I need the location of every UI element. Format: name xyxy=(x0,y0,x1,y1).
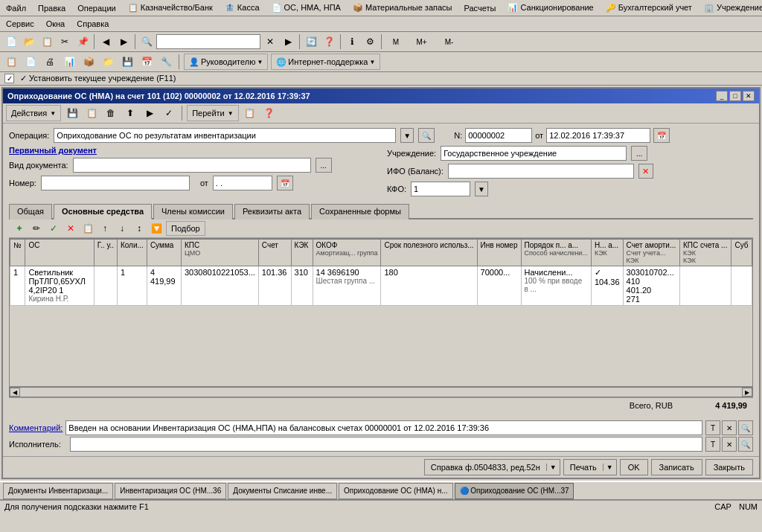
performer-search3[interactable]: 🔍 xyxy=(738,437,753,452)
tbl-check2[interactable]: ✓ xyxy=(46,221,61,236)
tb-open[interactable]: 📂 xyxy=(21,33,37,50)
spravka-btn[interactable]: Справка ф.0504833, ред.52н ▼ xyxy=(424,459,560,475)
tb-help2[interactable]: ❓ xyxy=(321,33,337,50)
tb-search[interactable]: 🔍 xyxy=(138,33,155,50)
tb2-internet[interactable]: 🌐 Интернет-поддержка ▼ xyxy=(271,54,380,70)
date-picker[interactable]: 📅 xyxy=(653,128,670,143)
doc-date-picker[interactable]: 📅 xyxy=(277,176,293,190)
menu-treasury[interactable]: 📋 Казначейство/Банк xyxy=(125,1,216,14)
tb2-btn1[interactable]: 📋 xyxy=(3,54,19,70)
wt-check[interactable]: ✓ xyxy=(161,105,177,121)
install-checkbox[interactable]: ✓ xyxy=(4,74,14,83)
wt-copy2[interactable]: 📋 xyxy=(83,105,100,121)
comment-search2[interactable]: 🔍 xyxy=(738,420,753,435)
zapisat-button[interactable]: Записать xyxy=(651,459,702,475)
menu-institution[interactable]: 🏢 Учреждение xyxy=(701,1,762,14)
wt-arrow[interactable]: ▶ xyxy=(141,105,158,121)
tbl-copy3[interactable]: 📋 xyxy=(80,221,95,236)
tb-forward[interactable]: ▶ xyxy=(115,33,132,50)
task-3[interactable]: Документы Списание инве... xyxy=(228,483,337,499)
tab-commission[interactable]: Члены комиссии xyxy=(153,204,233,219)
menu-windows[interactable]: Окна xyxy=(43,18,68,30)
wt-del[interactable]: 🗑 xyxy=(103,105,119,121)
doc-date-input[interactable] xyxy=(213,176,272,190)
actions-button[interactable]: Действия ▼ xyxy=(6,105,61,121)
task-4[interactable]: Оприходование ОС (НМА) н... xyxy=(339,483,452,499)
maximize-button[interactable]: □ xyxy=(729,91,741,101)
tab-saved-forms[interactable]: Сохраненные формы xyxy=(311,204,409,219)
tab-general[interactable]: Общая xyxy=(9,204,52,219)
zakryt-button[interactable]: Закрыть xyxy=(705,459,753,475)
operation-dropdown[interactable]: ▼ xyxy=(400,128,414,143)
performer-clear[interactable]: ✕ xyxy=(722,437,737,452)
tbl-up[interactable]: ↑ xyxy=(97,221,112,236)
menu-sanctions[interactable]: 📊 Санкционирование xyxy=(505,1,596,14)
search-input[interactable] xyxy=(156,34,260,49)
tb-back[interactable]: ◀ xyxy=(97,33,114,50)
tb2-btn5[interactable]: 📦 xyxy=(80,54,97,70)
menu-accounting[interactable]: 🔑 Бухгалтерский учет xyxy=(603,1,695,14)
wt-extra[interactable]: 📋 xyxy=(242,105,258,121)
h-scrollbar[interactable]: ◀ ▶ xyxy=(9,387,753,397)
comment-input[interactable] xyxy=(65,420,702,435)
doc-number-input[interactable] xyxy=(41,176,190,190)
table-row[interactable]: 1 Светильник ПрТЛГ0,65УХЛ 4,2IP20 1 Кири… xyxy=(10,266,752,306)
tb-settings[interactable]: ⚙ xyxy=(362,33,378,50)
n-input[interactable] xyxy=(465,128,532,143)
menu-operations[interactable]: Операции xyxy=(74,2,118,14)
tb2-btn2[interactable]: 📄 xyxy=(22,54,39,70)
menu-cash[interactable]: 🏦 Касса xyxy=(222,1,263,14)
performer-input[interactable] xyxy=(70,437,702,452)
task-5[interactable]: 🔵 Оприходование ОС (НМ...37 xyxy=(455,483,574,499)
tb-new[interactable]: 📄 xyxy=(3,33,19,50)
goto-button[interactable]: Перейти ▼ xyxy=(187,105,239,121)
tbl-sort[interactable]: ↕ xyxy=(132,221,147,236)
ifo-input[interactable] xyxy=(448,164,634,179)
tb-clear-search[interactable]: ✕ xyxy=(262,33,278,50)
tb-cut[interactable]: ✂ xyxy=(57,33,73,50)
tbl-down[interactable]: ↓ xyxy=(115,221,129,236)
task-2[interactable]: Инвентаризация ОС (НМ...36 xyxy=(115,483,226,499)
operation-search[interactable]: 🔍 xyxy=(418,128,435,143)
tb-info[interactable]: ℹ xyxy=(344,33,360,50)
comment-t[interactable]: T xyxy=(705,420,720,435)
pechat-btn[interactable]: Печать ▼ xyxy=(563,459,617,475)
menu-service[interactable]: Сервис xyxy=(3,18,37,30)
wt-help[interactable]: ❓ xyxy=(261,105,278,121)
institution-picker[interactable]: ... xyxy=(631,146,647,161)
tab-requisites[interactable]: Реквизиты акта xyxy=(234,204,310,219)
scroll-right[interactable]: ▶ xyxy=(742,388,752,397)
operation-input[interactable] xyxy=(54,128,396,143)
kfo-dropdown[interactable]: ▼ xyxy=(475,182,488,196)
menu-edit[interactable]: Правка xyxy=(35,2,68,14)
tb-mminus[interactable]: M- xyxy=(436,33,462,50)
tbl-podbor[interactable]: Подбор xyxy=(166,221,205,236)
tb-go[interactable]: ▶ xyxy=(280,33,296,50)
menu-help[interactable]: Справка xyxy=(74,18,112,30)
task-1[interactable]: Документы Инвентаризаци... xyxy=(3,483,113,499)
performer-t[interactable]: T xyxy=(705,437,720,452)
tbl-del2[interactable]: ✕ xyxy=(63,221,78,236)
close-button[interactable]: ✕ xyxy=(743,91,755,101)
tb-paste[interactable]: 📌 xyxy=(74,33,91,50)
tb-mplus[interactable]: M+ xyxy=(409,33,435,50)
tbl-add[interactable]: + xyxy=(12,221,27,236)
wt-save[interactable]: 💾 xyxy=(64,105,80,121)
tb2-btn9[interactable]: 🔧 xyxy=(158,54,174,70)
kfo-input[interactable] xyxy=(411,182,470,196)
menu-materials[interactable]: 📦 Материальные запасы xyxy=(350,1,455,14)
date-input[interactable] xyxy=(546,128,650,143)
comment-clear[interactable]: ✕ xyxy=(722,420,737,435)
menu-calculations[interactable]: Расчеты xyxy=(461,2,499,14)
tb2-btn8[interactable]: 📅 xyxy=(138,54,155,70)
tb2-btn7[interactable]: 💾 xyxy=(119,54,135,70)
institution-input[interactable] xyxy=(441,146,627,161)
tb-refresh[interactable]: 🔄 xyxy=(303,33,319,50)
tab-os[interactable]: Основные средства xyxy=(54,204,152,219)
tb-m[interactable]: M xyxy=(385,33,407,50)
tb2-btn3[interactable]: 🖨 xyxy=(42,54,58,70)
doc-type-picker[interactable]: ... xyxy=(316,158,332,173)
tbl-pen[interactable]: ✏ xyxy=(29,221,44,236)
ok-button[interactable]: OK xyxy=(620,459,648,475)
wt-move[interactable]: ⬆ xyxy=(122,105,138,121)
